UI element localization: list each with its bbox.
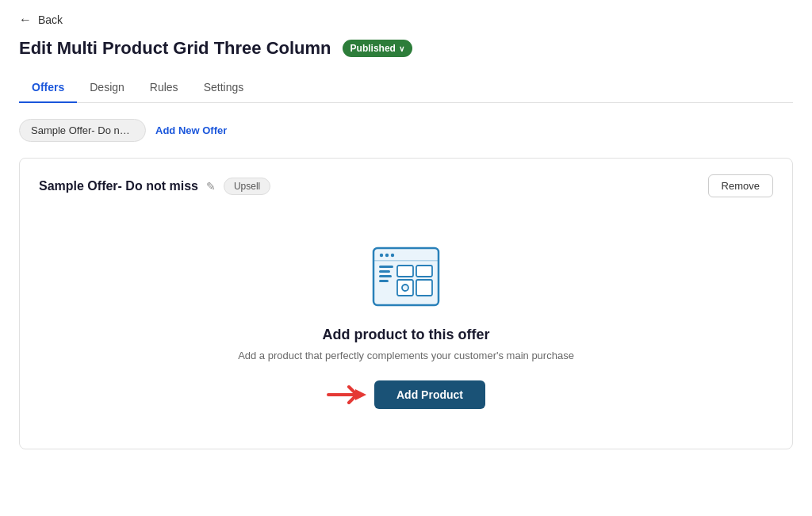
add-product-cta-row: Add Product <box>327 380 485 409</box>
offer-card-title-row: Sample Offer- Do not miss ✎ Upsell <box>39 178 270 195</box>
product-illustration <box>370 245 442 311</box>
published-badge[interactable]: Published ∨ <box>343 40 412 57</box>
tab-design[interactable]: Design <box>77 73 137 103</box>
svg-rect-4 <box>373 260 439 262</box>
svg-rect-7 <box>379 275 392 277</box>
svg-point-1 <box>380 254 383 257</box>
page-title: Edit Multi Product Grid Three Column <box>19 38 331 59</box>
svg-marker-14 <box>355 389 366 400</box>
upsell-badge: Upsell <box>224 178 270 195</box>
chevron-down-icon: ∨ <box>399 44 404 53</box>
offer-card-title: Sample Offer- Do not miss <box>39 179 198 193</box>
svg-point-12 <box>402 285 408 291</box>
product-grid-icon <box>370 245 442 308</box>
svg-rect-5 <box>379 266 393 268</box>
offer-card-header: Sample Offer- Do not miss ✎ Upsell Remov… <box>39 174 773 197</box>
published-label: Published <box>350 43 396 54</box>
svg-rect-6 <box>379 270 390 273</box>
tab-settings[interactable]: Settings <box>191 73 257 103</box>
red-arrow-svg <box>327 384 368 406</box>
add-product-title: Add product to this offer <box>323 327 490 343</box>
tab-offers[interactable]: Offers <box>19 73 77 103</box>
add-new-offer-link[interactable]: Add New Offer <box>155 124 227 136</box>
offer-card: Sample Offer- Do not miss ✎ Upsell Remov… <box>19 158 793 449</box>
offer-tab-pill[interactable]: Sample Offer- Do not ... <box>19 119 146 142</box>
svg-rect-10 <box>416 266 432 277</box>
svg-point-2 <box>385 254 389 257</box>
page-header: Edit Multi Product Grid Three Column Pub… <box>19 38 793 59</box>
add-product-button[interactable]: Add Product <box>374 380 485 409</box>
arrow-indicator-icon <box>327 384 368 406</box>
svg-point-3 <box>391 254 394 257</box>
back-label[interactable]: Back <box>38 13 63 26</box>
svg-rect-9 <box>397 266 413 277</box>
svg-rect-8 <box>379 280 389 282</box>
svg-rect-13 <box>416 280 432 296</box>
tab-rules[interactable]: Rules <box>137 73 191 103</box>
page-wrapper: ← Back Edit Multi Product Grid Three Col… <box>0 0 812 516</box>
edit-icon[interactable]: ✎ <box>206 180 216 193</box>
back-arrow-icon: ← <box>19 13 32 27</box>
offer-card-body: Add product to this offer Add a product … <box>39 229 773 433</box>
remove-button[interactable]: Remove <box>708 174 773 197</box>
tabs-bar: Offers Design Rules Settings <box>19 73 793 103</box>
back-nav[interactable]: ← Back <box>19 13 793 27</box>
offers-row: Sample Offer- Do not ... Add New Offer <box>19 119 793 142</box>
add-product-subtitle: Add a product that perfectly complements… <box>238 350 574 361</box>
